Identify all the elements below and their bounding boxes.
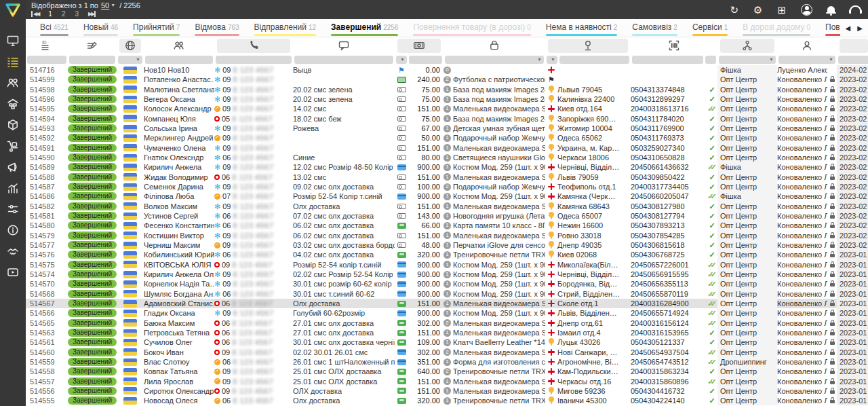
- filter-input[interactable]: ▼: [719, 56, 776, 64]
- marketing-megaphone-icon[interactable]: [0, 156, 26, 177]
- support-headset-icon[interactable]: [850, 5, 861, 14]
- filter-input[interactable]: ▼: [118, 56, 142, 64]
- order-row-514595[interactable]: 514595ЗавершенийКолосок Александр098 123…: [26, 104, 868, 113]
- tab-3[interactable]: Прийнятий7: [125, 19, 187, 36]
- header-phone-column[interactable]: [214, 37, 293, 54]
- tab-7[interactable]: Повернення товару (в дорозі)0: [406, 19, 538, 36]
- page-3[interactable]: 3: [75, 10, 79, 18]
- order-row-514586[interactable]: 514586ЗавершенийФіліпова Люба078 123 456…: [26, 191, 868, 201]
- last-page-icon[interactable]: ▶▶: [88, 11, 96, 17]
- header-manager-column[interactable]: [777, 37, 837, 54]
- orders-list-icon[interactable]: [0, 51, 26, 72]
- header-payment-column[interactable]: [395, 37, 443, 54]
- order-row-514565[interactable]: 514565ЗавершенийБаюка Максим068 123 4567…: [26, 318, 868, 328]
- order-row-514561[interactable]: 514561ЗавершенийСучилов Олег068 123 4567…: [26, 337, 868, 347]
- tab-1[interactable]: Всі4521: [33, 19, 76, 36]
- statistics-icon[interactable]: [0, 177, 26, 198]
- filter-input[interactable]: [559, 56, 629, 64]
- order-row-514588[interactable]: 514588ЗавершенийЖидак Володимир068 123 4…: [26, 172, 868, 182]
- order-row-514599[interactable]: 514599ЗавершенийПотапенко Анастас…✻098 1…: [26, 75, 868, 84]
- order-row-514557[interactable]: 514557ЗавершенийЛила Ярослав098 123 4567…: [26, 377, 868, 386]
- order-row-514555[interactable]: 514555ЗавершенийНовосад Олеся068 123 456…: [26, 396, 868, 405]
- tab-10[interactable]: Сервіси1: [685, 19, 735, 36]
- order-row-514593[interactable]: 514593ЗавершенийСольська Ірина✻098 123 4…: [26, 124, 868, 133]
- refresh-icon[interactable]: ↻: [730, 5, 738, 15]
- order-row-514598[interactable]: 514598ЗавершенийМалютина Светлана✻098 12…: [26, 85, 868, 94]
- filter-input[interactable]: [705, 56, 716, 64]
- tab-2[interactable]: Новый46: [76, 19, 125, 36]
- gear-icon[interactable]: ⚙: [753, 5, 762, 15]
- tab-5[interactable]: Відправлений12: [247, 19, 323, 36]
- tab-11[interactable]: В дорозі додому0: [735, 19, 818, 36]
- header-comment-column[interactable]: [293, 37, 395, 54]
- order-row-514582[interactable]: 514582ЗавершенийВолков Максим✻098 123 45…: [26, 202, 868, 211]
- order-row-514596[interactable]: 514596ЗавершенийВегера Оксана✻098 123 45…: [26, 94, 868, 104]
- filter-input[interactable]: ▼: [778, 56, 835, 64]
- products-box-icon[interactable]: [0, 114, 26, 135]
- notifications-bell-icon[interactable]: [827, 6, 835, 13]
- page-size-select[interactable]: 50: [101, 1, 109, 10]
- page-1[interactable]: 1: [48, 10, 52, 18]
- order-row-514592[interactable]: 514592ЗавершенийМерклингер Андрей098 123…: [26, 133, 868, 143]
- warehouse-icon[interactable]: [0, 93, 26, 114]
- filter-input[interactable]: [409, 56, 442, 64]
- order-row-514560[interactable]: 514560ЗавершенийБокоч Иван098 123 456702…: [26, 348, 868, 357]
- page-2[interactable]: 2: [62, 10, 66, 18]
- order-row-514559[interactable]: 514559ЗавершенийВлас Слотюу068 123 45672…: [26, 357, 868, 367]
- order-row-514558[interactable]: 514558ЗавершенийКовпак Татьяна098 123 45…: [26, 367, 868, 376]
- order-row-514594[interactable]: 514594ЗавершенийКомпанец Юля058 123 4567…: [26, 114, 868, 124]
- order-row-514580[interactable]: 514580ЗавершенийФесенко Константин✻068 1…: [26, 221, 868, 230]
- video-tutorials-icon[interactable]: [0, 261, 26, 282]
- header-source-column[interactable]: [717, 37, 777, 54]
- filter-input[interactable]: [838, 56, 868, 64]
- tab-6[interactable]: Завершений2256: [323, 19, 406, 36]
- order-row-514581[interactable]: 514581ЗавершенийУстинов Сергей✻068 123 4…: [26, 211, 868, 221]
- order-row-514591[interactable]: 514591ЗавершенийЧумаченко Олена✻098 123 …: [26, 143, 868, 153]
- add-order-icon[interactable]: ⊞: [777, 5, 786, 15]
- filter-input[interactable]: ▼: [396, 56, 407, 64]
- header-status-column[interactable]: [68, 37, 117, 54]
- header-country-column[interactable]: [117, 37, 144, 54]
- info-icon[interactable]: [0, 219, 26, 240]
- filter-input[interactable]: ▼: [445, 56, 544, 64]
- order-row-514576[interactable]: 514576ЗавершенийКобилинський Юрий✻068 12…: [26, 250, 868, 259]
- header-date-column[interactable]: [837, 37, 868, 54]
- filter-input[interactable]: [145, 56, 213, 64]
- user-avatar-icon[interactable]: [801, 4, 812, 16]
- app-logo[interactable]: [0, 0, 26, 20]
- header-id-column[interactable]: ID: [26, 37, 68, 54]
- order-row-514570[interactable]: 514570ЗавершенийКорнелюк Надія Та…✻098 1…: [26, 279, 868, 289]
- order-row-514577[interactable]: 514577ЗавершенийЧерниш Максим098 123 456…: [26, 240, 868, 250]
- order-row-514568[interactable]: 514568ЗавершенийШумляс Богдана Ан…✻068 1…: [26, 289, 868, 299]
- tab-scroll-right-icon[interactable]: ▶: [857, 24, 863, 32]
- header-delivery-column[interactable]: [545, 37, 631, 54]
- customers-icon[interactable]: [0, 72, 26, 93]
- tab-8[interactable]: Нема в наявності2: [538, 19, 625, 36]
- order-row-514579[interactable]: 514579ЗавершенийКостишин Виктор✻098 123 …: [26, 231, 868, 240]
- order-row-514567[interactable]: 514567ЗавершенийАдамовский Станис…068 12…: [26, 299, 868, 308]
- order-row-514716[interactable]: 514716ЗавершенийНов10 Нов10✻098 123 4567…: [26, 65, 868, 75]
- order-row-514575[interactable]: 514575ЗавершенийКВІТОВСЬКА ЮЛІЯ098 123 4…: [26, 260, 868, 270]
- order-row-514556[interactable]: 514556ЗавершенийСиротюк Олександр098 123…: [26, 386, 868, 396]
- tab-9[interactable]: Самовивіз2: [625, 19, 685, 36]
- filter-input[interactable]: [69, 56, 115, 64]
- cart-dolly-icon[interactable]: [0, 135, 26, 156]
- order-row-514574[interactable]: 514574ЗавершенийКирилич Анжела Ол…✻098 1…: [26, 270, 868, 279]
- header-tracking-column[interactable]: [631, 37, 717, 54]
- tab-4[interactable]: Відмова763: [187, 19, 246, 36]
- header-product-column[interactable]: [443, 37, 545, 54]
- filter-input[interactable]: [294, 56, 393, 64]
- order-row-514589[interactable]: 514589ЗавершенийКирилич Анжела✻098 123 4…: [26, 162, 868, 172]
- filter-input[interactable]: ▼: [547, 56, 557, 64]
- dashboard-monitor-icon[interactable]: [0, 30, 26, 51]
- filter-input[interactable]: [27, 56, 66, 64]
- order-row-514590[interactable]: 514590ЗавершенийГнатюк Олексндр✻068 123 …: [26, 153, 868, 162]
- order-row-514566[interactable]: 514566ЗавершенийГладик Оксана✻098 123 45…: [26, 308, 868, 318]
- header-customer-column[interactable]: [144, 37, 214, 54]
- filter-input[interactable]: [632, 56, 703, 64]
- order-row-514587[interactable]: 514587ЗавершенийСеменюк Дарина✻098 123 4…: [26, 182, 868, 191]
- filter-input[interactable]: [216, 56, 292, 64]
- tab-scroll-left-icon[interactable]: ◀: [846, 24, 851, 32]
- order-row-514563[interactable]: 514563ЗавершенийПетровська Тетяна068 123…: [26, 328, 868, 337]
- first-page-icon[interactable]: ◀◀: [31, 11, 39, 17]
